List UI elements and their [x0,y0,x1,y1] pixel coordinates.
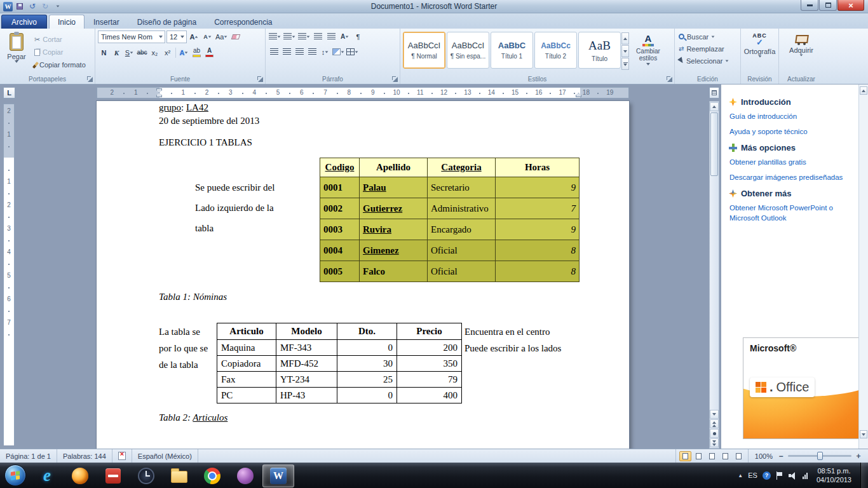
style-título-1[interactable]: AaBbCTítulo 1 [491,32,533,69]
sort-button[interactable]: A [339,30,351,43]
scroll-up-button[interactable] [710,102,719,111]
tab-stop-selector[interactable]: L [3,87,15,98]
styles-more-button[interactable] [621,58,629,70]
language-indicator[interactable]: Español (México) [132,449,198,463]
taskbar-red-app-icon[interactable] [97,464,129,487]
replace-button[interactable]: ⇄Reemplazar [677,43,738,55]
taskbar-folder-icon[interactable] [163,464,195,487]
office-ad[interactable]: Microsoft® . Office [743,337,860,439]
tab-archivo[interactable]: Archivo [1,15,47,29]
bullets-button[interactable] [268,30,281,43]
cut-button[interactable]: ✂Cortar [32,34,88,45]
show-marks-button[interactable]: ¶ [352,30,364,43]
zoom-in-button[interactable]: + [854,452,863,461]
taskbar-chrome-icon[interactable] [196,464,228,487]
next-page-button[interactable] [710,438,719,447]
font-dialog-launcher[interactable] [257,76,263,82]
tab-diseño-de-página[interactable]: Diseño de página [128,15,205,29]
articulos-table[interactable]: ArticuloModeloDto.PrecioMaquinaMF-343020… [217,323,462,403]
scroll-down-button[interactable] [710,410,719,419]
taskbar-word-icon[interactable]: W [262,464,294,487]
grow-font-button[interactable]: A [188,31,200,43]
language-tray-indicator[interactable]: ES [748,471,757,479]
style-título[interactable]: AaBTítulo [578,32,621,69]
spelling-button[interactable]: ABC ✓ Ortografía [743,30,776,72]
volume-icon[interactable] [789,471,797,480]
proofing-status[interactable] [112,449,132,463]
center-button[interactable] [281,46,293,58]
document-scrollbar[interactable] [709,101,719,449]
line-spacing-button[interactable]: ↕ [319,46,331,58]
paragraph-dialog-launcher[interactable] [392,76,398,82]
increase-indent-button[interactable] [325,30,337,43]
superscript-button[interactable]: x² [161,46,173,58]
nominas-table[interactable]: CodigoApellidoCategoriaHoras0001PalauSec… [320,158,580,282]
taskbar-clock-app-icon[interactable] [130,464,162,487]
ruler-toggle-button[interactable] [709,87,719,98]
subscript-button[interactable]: x₂ [149,46,161,58]
word-count[interactable]: Palabras: 144 [57,449,112,463]
change-styles-button[interactable]: A Cambiar estilos [630,30,667,74]
action-center-icon[interactable] [776,471,783,480]
taskbar-firefox-icon[interactable] [64,464,96,487]
decrease-indent-button[interactable] [312,30,324,43]
taskpane-scroll-down[interactable] [860,430,867,438]
zoom-slider[interactable] [788,455,851,457]
network-icon[interactable] [803,471,808,479]
style--sin-espa-[interactable]: AaBbCcI¶ Sin espa... [447,32,489,69]
taskbar-internet-explorer-icon[interactable]: e [31,464,63,487]
zoom-level[interactable]: 100% [751,452,776,460]
start-button[interactable] [0,464,31,486]
taskbar-media-app-icon[interactable] [229,464,261,487]
styles-scroll-up-button[interactable] [621,32,629,44]
strikethrough-button[interactable]: abc [136,46,148,58]
show-desktop-button[interactable] [860,463,868,488]
highlight-button[interactable]: ab [191,46,203,58]
close-button[interactable]: × [837,0,864,11]
style-título-2[interactable]: AaBbCcTítulo 2 [534,32,577,69]
shrink-font-button[interactable]: A [201,31,214,43]
italic-button[interactable]: K [111,46,123,58]
tab-correspondencia[interactable]: Correspondencia [205,15,281,29]
clipboard-dialog-launcher[interactable] [87,76,93,82]
paste-button[interactable]: Pegar [3,30,31,71]
maximize-button[interactable] [819,0,837,11]
qat-customize-button[interactable] [52,1,64,12]
redo-button[interactable]: ↻ [39,1,51,12]
taskpane-link-obtener-microsoft-powerpoint-o-microsoft-outlook[interactable]: Obtener Microsoft PowerPoint o Microsoft… [729,203,849,223]
minimize-button[interactable] [801,0,818,11]
scrollbar-thumb[interactable] [710,112,718,176]
clock[interactable]: 08:51 p.m. 04/10/2013 [813,466,855,485]
web-layout-view-button[interactable] [706,451,718,461]
multilevel-list-button[interactable] [297,30,311,43]
styles-dialog-launcher[interactable] [667,76,672,82]
hidden-icons-button[interactable]: ▲ [738,473,743,478]
print-layout-view-button[interactable] [679,451,691,461]
justify-button[interactable] [306,46,318,58]
tab-inicio[interactable]: Inicio [49,15,85,29]
horizontal-ruler[interactable]: 2112345678910111213141516171819 [97,87,629,98]
font-color-button[interactable]: A [203,46,215,58]
page-indicator[interactable]: Página: 1 de 1 [0,449,57,463]
fullscreen-view-button[interactable] [693,451,705,461]
taskpane-scroll-up[interactable] [860,86,867,95]
styles-scroll-down-button[interactable] [621,45,629,57]
taskpane-link-obtener-plantillas-gratis[interactable]: Obtener plantillas gratis [729,158,849,168]
select-button[interactable]: Seleccionar [677,55,738,67]
bold-button[interactable]: N [98,46,110,58]
tab-insertar[interactable]: Insertar [85,15,128,29]
style--normal[interactable]: AaBbCcI¶ Normal [403,32,445,69]
vertical-ruler[interactable]: 211234567 [3,104,15,445]
select-browse-object-button[interactable] [710,429,719,438]
undo-button[interactable]: ↺ [27,1,38,12]
save-button[interactable] [14,1,25,12]
align-left-button[interactable] [268,46,280,58]
numbering-button[interactable] [283,30,296,43]
align-right-button[interactable] [294,46,306,58]
zoom-out-button[interactable]: − [776,452,785,461]
shading-button[interactable] [332,46,345,58]
taskpane-scrollbar[interactable] [858,85,868,449]
find-button[interactable]: Buscar [677,30,738,43]
copy-button[interactable]: Copiar [32,46,88,58]
help-tray-icon[interactable]: ? [763,471,771,480]
